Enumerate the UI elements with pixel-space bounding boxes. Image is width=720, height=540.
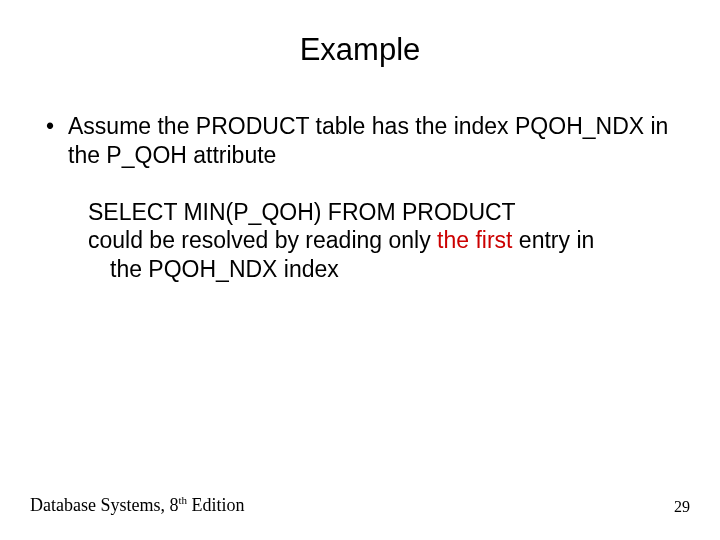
- slide-title: Example: [30, 32, 690, 68]
- explanation-part-a: could be resolved by reading only: [88, 227, 437, 253]
- slide-body: • Assume the PRODUCT table has the index…: [30, 112, 690, 284]
- explanation-line: could be resolved by reading only the fi…: [88, 226, 690, 284]
- bullet-text: Assume the PRODUCT table has the index P…: [68, 112, 690, 170]
- bullet-item: • Assume the PRODUCT table has the index…: [40, 112, 690, 170]
- footer-book-a: Database Systems, 8: [30, 495, 178, 515]
- footer-book-b: Edition: [187, 495, 245, 515]
- slide-footer: Database Systems, 8th Edition 29: [30, 494, 690, 516]
- footer-page-number: 29: [674, 498, 690, 516]
- footer-book: Database Systems, 8th Edition: [30, 494, 245, 516]
- explanation-continuation: the PQOH_NDX index: [88, 255, 690, 284]
- bullet-marker: •: [40, 112, 68, 141]
- explanation-part-b: entry in: [512, 227, 594, 253]
- sql-line: SELECT MIN(P_QOH) FROM PRODUCT: [88, 198, 690, 227]
- footer-book-sup: th: [178, 494, 187, 506]
- slide: Example • Assume the PRODUCT table has t…: [0, 0, 720, 540]
- sub-block: SELECT MIN(P_QOH) FROM PRODUCT could be …: [88, 198, 690, 284]
- explanation-highlight: the first: [437, 227, 512, 253]
